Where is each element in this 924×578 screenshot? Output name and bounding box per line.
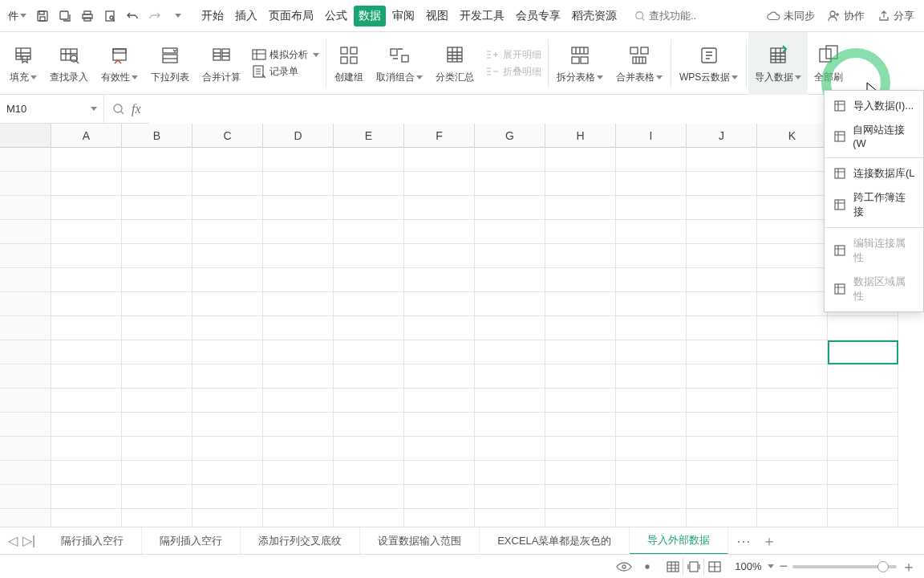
cell[interactable] bbox=[192, 316, 263, 340]
tab-member[interactable]: 会员专享 bbox=[511, 6, 565, 26]
cell[interactable] bbox=[122, 268, 192, 292]
cell[interactable] bbox=[616, 268, 687, 292]
cell[interactable] bbox=[51, 509, 122, 527]
sheet-nav-prev-icon[interactable]: ◁ bbox=[8, 533, 18, 548]
cell[interactable] bbox=[263, 364, 334, 389]
cell[interactable] bbox=[757, 196, 828, 220]
cell[interactable] bbox=[334, 172, 404, 196]
dropdown-item[interactable]: 连接数据库(L bbox=[825, 161, 923, 185]
cell[interactable] bbox=[404, 316, 475, 340]
tab-formula[interactable]: 公式 bbox=[320, 6, 352, 26]
sheet-tab[interactable]: 导入外部数据 bbox=[630, 527, 728, 555]
cell[interactable] bbox=[122, 244, 192, 268]
cell[interactable] bbox=[192, 437, 263, 461]
cell[interactable] bbox=[616, 413, 687, 437]
cell[interactable] bbox=[263, 148, 334, 172]
cell[interactable] bbox=[263, 172, 334, 196]
tab-review[interactable]: 审阅 bbox=[387, 6, 419, 26]
cell[interactable] bbox=[475, 413, 545, 437]
cell[interactable] bbox=[263, 244, 334, 268]
column-header[interactable]: E bbox=[334, 124, 404, 148]
cell[interactable] bbox=[51, 364, 122, 389]
cell[interactable] bbox=[545, 172, 616, 196]
dropdown-list-button[interactable]: 下拉列表 bbox=[144, 32, 196, 95]
column-header[interactable]: I bbox=[616, 124, 687, 148]
cell[interactable] bbox=[757, 509, 828, 527]
cell[interactable] bbox=[51, 340, 122, 364]
add-sheet-icon[interactable]: ＋ bbox=[762, 531, 776, 551]
cell[interactable] bbox=[404, 389, 475, 413]
cell[interactable] bbox=[828, 364, 898, 389]
row-header[interactable] bbox=[0, 220, 51, 244]
qat-more-icon[interactable] bbox=[168, 6, 187, 26]
row-header[interactable] bbox=[0, 340, 51, 364]
cell[interactable] bbox=[404, 172, 475, 196]
dot-icon[interactable] bbox=[642, 561, 653, 572]
eye-icon[interactable] bbox=[616, 561, 632, 572]
row-header[interactable] bbox=[0, 292, 51, 316]
cell[interactable] bbox=[122, 364, 192, 389]
row-header[interactable] bbox=[0, 268, 51, 292]
subtotal-button[interactable]: 分类汇总 bbox=[429, 32, 480, 95]
cell[interactable] bbox=[616, 340, 687, 364]
cell[interactable] bbox=[122, 172, 192, 196]
cell[interactable] bbox=[828, 389, 898, 413]
cell[interactable] bbox=[757, 172, 828, 196]
row-header[interactable] bbox=[0, 485, 51, 509]
cell[interactable] bbox=[687, 413, 757, 437]
cell[interactable] bbox=[545, 292, 616, 316]
wps-cloud-data-button[interactable]: WPS云数据 bbox=[673, 32, 744, 95]
preview-icon[interactable] bbox=[100, 6, 120, 26]
cell[interactable] bbox=[687, 172, 757, 196]
cell[interactable] bbox=[192, 485, 263, 509]
column-header[interactable]: F bbox=[404, 124, 475, 148]
cell[interactable] bbox=[334, 148, 404, 172]
record-form-button[interactable]: 记录单 bbox=[252, 65, 319, 79]
cell[interactable] bbox=[545, 389, 616, 413]
tab-insert[interactable]: 插入 bbox=[230, 6, 262, 26]
cell[interactable] bbox=[475, 244, 545, 268]
cell[interactable] bbox=[545, 340, 616, 364]
column-header[interactable]: A bbox=[51, 124, 122, 148]
sheet-tab[interactable]: 隔行插入空行 bbox=[43, 527, 142, 555]
cell[interactable] bbox=[263, 196, 334, 220]
redo-icon[interactable] bbox=[145, 6, 164, 26]
tab-start[interactable]: 开始 bbox=[197, 6, 229, 26]
formula-input[interactable] bbox=[149, 95, 924, 124]
cell[interactable] bbox=[51, 485, 122, 509]
cell[interactable] bbox=[263, 340, 334, 364]
tab-view[interactable]: 视图 bbox=[421, 6, 453, 26]
column-header[interactable]: J bbox=[687, 124, 757, 148]
cell[interactable] bbox=[757, 389, 828, 413]
column-header[interactable]: D bbox=[263, 124, 334, 148]
cell[interactable] bbox=[404, 244, 475, 268]
find-input-button[interactable]: 查找录入 bbox=[43, 32, 95, 95]
column-header[interactable]: H bbox=[545, 124, 616, 148]
cell[interactable] bbox=[616, 461, 687, 485]
cell[interactable] bbox=[687, 340, 757, 364]
column-header[interactable]: K bbox=[757, 124, 828, 148]
column-header[interactable]: G bbox=[475, 124, 545, 148]
cell[interactable] bbox=[475, 509, 545, 527]
view-page-icon[interactable] bbox=[683, 558, 704, 576]
expand-detail-button[interactable]: 展开明细 bbox=[485, 48, 541, 62]
cell[interactable] bbox=[757, 340, 828, 364]
cell[interactable] bbox=[122, 196, 192, 220]
cell[interactable] bbox=[757, 268, 828, 292]
row-header[interactable] bbox=[0, 437, 51, 461]
row-header[interactable] bbox=[0, 461, 51, 485]
consolidate-button[interactable]: 合并计算 bbox=[196, 32, 247, 95]
cell[interactable] bbox=[334, 340, 404, 364]
cell[interactable] bbox=[122, 413, 192, 437]
cell[interactable] bbox=[404, 292, 475, 316]
search-input[interactable] bbox=[649, 10, 729, 22]
cell[interactable] bbox=[687, 389, 757, 413]
cell[interactable] bbox=[475, 485, 545, 509]
cell[interactable] bbox=[687, 461, 757, 485]
cell[interactable] bbox=[404, 364, 475, 389]
create-group-button[interactable]: 创建组 bbox=[328, 32, 370, 95]
sheet-tab[interactable]: 添加行列交叉底纹 bbox=[241, 527, 360, 555]
cell[interactable] bbox=[687, 220, 757, 244]
cell[interactable] bbox=[263, 316, 334, 340]
cell[interactable] bbox=[192, 509, 263, 527]
